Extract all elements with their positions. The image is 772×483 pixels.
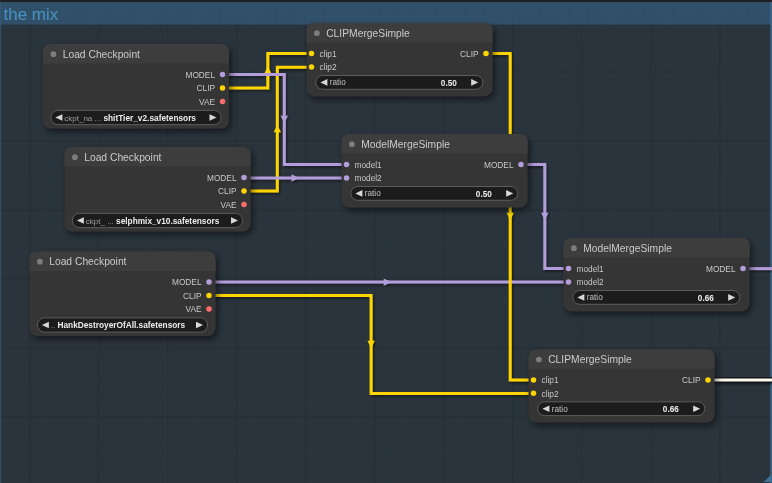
svg-text:clip2: clip2 [320, 62, 337, 72]
svg-text:VAE: VAE [221, 200, 237, 210]
svg-text:MODEL: MODEL [207, 173, 237, 183]
svg-text:MODEL: MODEL [185, 70, 215, 80]
svg-text:ModelMergeSimple: ModelMergeSimple [583, 243, 672, 254]
svg-text:CLIP: CLIP [682, 375, 701, 385]
svg-text:model2: model2 [355, 173, 383, 183]
svg-text:0.50: 0.50 [441, 79, 457, 88]
svg-text:clip1: clip1 [320, 49, 337, 59]
svg-text:0.66: 0.66 [698, 294, 714, 303]
svg-text:CLIP: CLIP [183, 291, 202, 301]
svg-text:model2: model2 [577, 277, 605, 287]
svg-text:MODEL: MODEL [172, 277, 202, 287]
svg-text:ratio: ratio [587, 293, 603, 302]
svg-text:CLIP: CLIP [460, 49, 479, 59]
svg-text:ckpt_na ... shitTier_v2.safete: ckpt_na ... shitTier_v2.safetensors [64, 113, 196, 123]
svg-text:CLIPMergeSimple: CLIPMergeSimple [326, 28, 410, 39]
svg-text:0.66: 0.66 [663, 405, 679, 414]
svg-text:clip2: clip2 [542, 389, 559, 399]
svg-text:ratio: ratio [552, 405, 568, 414]
svg-text:VAE: VAE [199, 97, 215, 107]
svg-text:VAE: VAE [186, 304, 202, 314]
svg-text:model1: model1 [355, 160, 383, 170]
svg-text:Load Checkpoint: Load Checkpoint [63, 49, 140, 60]
svg-text:ckpt_ ... selphmix_v10.safeten: ckpt_ ... selphmix_v10.safetensors [86, 216, 220, 226]
svg-text:CLIP: CLIP [197, 83, 216, 93]
svg-text:Load Checkpoint: Load Checkpoint [49, 256, 126, 267]
svg-text:ratio: ratio [365, 189, 381, 198]
svg-text:model1: model1 [577, 264, 605, 274]
svg-text:0.50: 0.50 [476, 190, 492, 199]
svg-text:CLIPMergeSimple: CLIPMergeSimple [548, 354, 632, 365]
svg-text:ModelMergeSimple: ModelMergeSimple [361, 139, 450, 150]
svg-text:Load Checkpoint: Load Checkpoint [84, 152, 161, 163]
svg-text:CLIP: CLIP [218, 186, 237, 196]
svg-text:.. HankDestroyerOfAll.safetens: .. HankDestroyerOfAll.safetensors [51, 320, 186, 330]
svg-text:the mix: the mix [4, 5, 59, 24]
svg-text:MODEL: MODEL [484, 160, 514, 170]
svg-text:MODEL: MODEL [706, 264, 736, 274]
svg-text:clip1: clip1 [542, 375, 559, 385]
svg-text:ratio: ratio [330, 78, 346, 87]
